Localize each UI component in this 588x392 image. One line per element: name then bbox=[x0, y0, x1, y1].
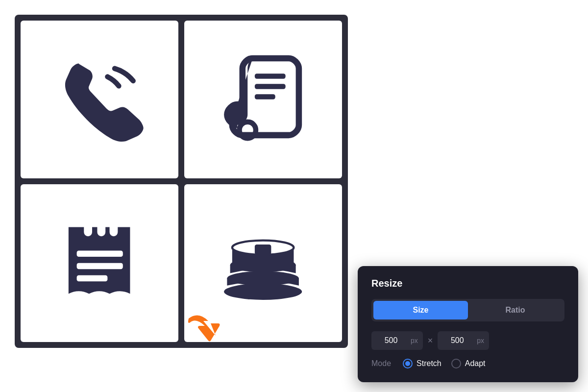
height-input[interactable] bbox=[438, 331, 477, 350]
books-icon bbox=[212, 212, 314, 314]
svg-rect-4 bbox=[77, 251, 123, 257]
resize-panel: Resize Size Ratio px × px Mode Stretch A… bbox=[358, 266, 578, 382]
tab-group: Size Ratio bbox=[371, 299, 564, 321]
svg-rect-7 bbox=[84, 222, 93, 236]
width-input[interactable] bbox=[371, 331, 411, 350]
svg-rect-8 bbox=[98, 222, 106, 236]
height-input-group: px bbox=[438, 331, 489, 350]
height-unit: px bbox=[477, 337, 489, 344]
width-input-group: px bbox=[371, 331, 423, 350]
svg-rect-0 bbox=[255, 74, 286, 79]
arrow-icon bbox=[186, 309, 225, 343]
adapt-label: Adapt bbox=[465, 359, 486, 368]
tab-ratio[interactable]: Ratio bbox=[468, 301, 563, 319]
times-sign: × bbox=[428, 336, 433, 346]
svg-point-10 bbox=[224, 284, 302, 300]
svg-rect-9 bbox=[110, 222, 118, 236]
mode-row: Mode Stretch Adapt bbox=[371, 359, 564, 368]
icon-grid bbox=[15, 15, 348, 348]
phone-cell bbox=[21, 21, 178, 178]
svg-point-3 bbox=[240, 122, 256, 138]
svg-rect-14 bbox=[255, 245, 271, 255]
scroll-icon bbox=[212, 48, 314, 150]
svg-rect-1 bbox=[255, 84, 286, 89]
svg-rect-6 bbox=[77, 275, 108, 282]
scroll-cell bbox=[184, 21, 342, 178]
panel-title: Resize bbox=[371, 278, 564, 289]
svg-point-11 bbox=[227, 271, 299, 286]
size-row: px × px bbox=[371, 331, 564, 350]
svg-rect-2 bbox=[255, 95, 275, 99]
tab-size[interactable]: Size bbox=[373, 301, 468, 319]
adapt-radio-circle[interactable] bbox=[451, 359, 461, 368]
stretch-radio-circle[interactable] bbox=[403, 359, 413, 368]
mode-label: Mode bbox=[371, 359, 391, 368]
width-unit: px bbox=[411, 337, 423, 344]
stretch-label: Stretch bbox=[416, 359, 441, 368]
svg-rect-5 bbox=[77, 263, 123, 270]
radio-group: Stretch Adapt bbox=[403, 359, 486, 368]
notepad-icon bbox=[48, 212, 150, 314]
stretch-option[interactable]: Stretch bbox=[403, 359, 441, 368]
phone-icon bbox=[48, 48, 150, 150]
notepad-cell bbox=[21, 184, 178, 342]
adapt-option[interactable]: Adapt bbox=[451, 359, 486, 368]
